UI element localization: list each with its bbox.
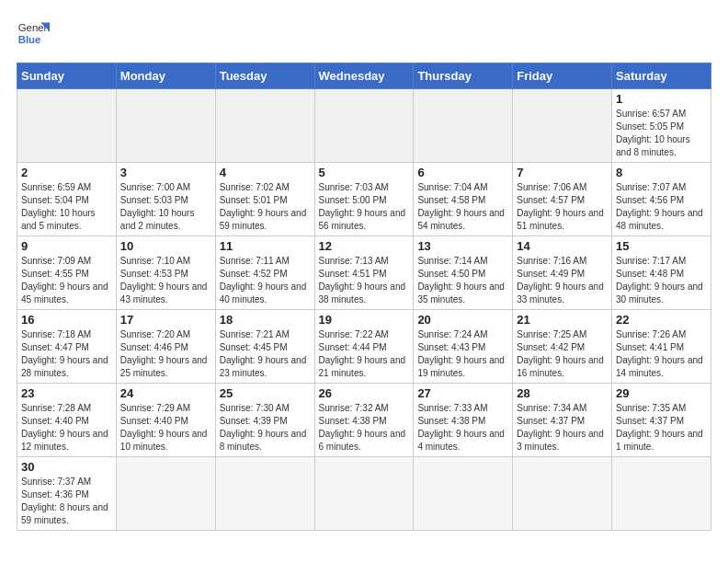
day-number: 24 — [120, 386, 211, 400]
weekday-header-monday: Monday — [116, 63, 215, 89]
calendar-cell — [414, 457, 513, 531]
weekday-header-thursday: Thursday — [414, 63, 513, 89]
day-number: 26 — [319, 386, 410, 400]
day-number: 1 — [616, 92, 707, 106]
calendar-cell: 23Sunrise: 7:28 AM Sunset: 4:40 PM Dayli… — [17, 384, 117, 457]
day-info: Sunrise: 7:29 AM Sunset: 4:40 PM Dayligh… — [120, 402, 211, 454]
day-number: 23 — [21, 386, 112, 400]
day-number: 11 — [220, 239, 311, 253]
day-info: Sunrise: 7:11 AM Sunset: 4:52 PM Dayligh… — [220, 255, 311, 306]
calendar-cell: 2Sunrise: 6:59 AM Sunset: 5:04 PM Daylig… — [17, 163, 117, 236]
day-number: 30 — [21, 460, 112, 474]
day-info: Sunrise: 7:13 AM Sunset: 4:51 PM Dayligh… — [319, 255, 410, 306]
week-row-5: 23Sunrise: 7:28 AM Sunset: 4:40 PM Dayli… — [17, 384, 711, 457]
calendar-cell: 4Sunrise: 7:02 AM Sunset: 5:01 PM Daylig… — [215, 163, 314, 236]
calendar-cell: 30Sunrise: 7:37 AM Sunset: 4:36 PM Dayli… — [17, 457, 117, 531]
calendar-cell: 21Sunrise: 7:25 AM Sunset: 4:42 PM Dayli… — [513, 310, 612, 384]
calendar-cell — [17, 89, 117, 163]
day-number: 20 — [417, 313, 508, 327]
weekday-header-saturday: Saturday — [612, 63, 711, 89]
calendar-cell: 29Sunrise: 7:35 AM Sunset: 4:37 PM Dayli… — [612, 384, 711, 457]
day-number: 3 — [120, 166, 211, 179]
calendar-cell: 15Sunrise: 7:17 AM Sunset: 4:48 PM Dayli… — [612, 236, 711, 310]
day-info: Sunrise: 7:00 AM Sunset: 5:03 PM Dayligh… — [120, 181, 211, 233]
day-number: 12 — [319, 239, 410, 253]
calendar-cell: 7Sunrise: 7:06 AM Sunset: 4:57 PM Daylig… — [513, 163, 612, 236]
day-info: Sunrise: 7:25 AM Sunset: 4:42 PM Dayligh… — [517, 328, 608, 380]
day-info: Sunrise: 7:22 AM Sunset: 4:44 PM Dayligh… — [319, 328, 410, 380]
day-info: Sunrise: 7:35 AM Sunset: 4:37 PM Dayligh… — [616, 402, 707, 454]
calendar-cell: 9Sunrise: 7:09 AM Sunset: 4:55 PM Daylig… — [17, 236, 117, 310]
day-info: Sunrise: 7:07 AM Sunset: 4:56 PM Dayligh… — [616, 181, 707, 233]
day-number: 6 — [417, 166, 508, 179]
day-info: Sunrise: 7:37 AM Sunset: 4:36 PM Dayligh… — [21, 476, 112, 527]
day-info: Sunrise: 7:32 AM Sunset: 4:38 PM Dayligh… — [319, 402, 410, 454]
page: General Blue SundayMondayTuesdayWednesda… — [0, 0, 728, 547]
day-info: Sunrise: 7:18 AM Sunset: 4:47 PM Dayligh… — [21, 328, 112, 380]
calendar-cell — [116, 89, 215, 163]
day-info: Sunrise: 7:04 AM Sunset: 4:58 PM Dayligh… — [417, 181, 508, 233]
week-row-6: 30Sunrise: 7:37 AM Sunset: 4:36 PM Dayli… — [17, 457, 711, 531]
calendar-cell — [116, 457, 215, 531]
day-number: 21 — [517, 313, 608, 327]
weekday-header-sunday: Sunday — [17, 63, 117, 89]
day-number: 18 — [220, 313, 311, 327]
calendar-cell: 17Sunrise: 7:20 AM Sunset: 4:46 PM Dayli… — [116, 310, 215, 384]
day-info: Sunrise: 7:33 AM Sunset: 4:38 PM Dayligh… — [417, 402, 508, 454]
calendar-cell: 5Sunrise: 7:03 AM Sunset: 5:00 PM Daylig… — [314, 163, 414, 236]
calendar-cell: 19Sunrise: 7:22 AM Sunset: 4:44 PM Dayli… — [314, 310, 414, 384]
generalblue-logo-icon: General Blue — [17, 17, 50, 50]
day-number: 29 — [616, 386, 707, 400]
header: General Blue — [17, 17, 711, 50]
day-info: Sunrise: 7:02 AM Sunset: 5:01 PM Dayligh… — [220, 181, 311, 233]
week-row-3: 9Sunrise: 7:09 AM Sunset: 4:55 PM Daylig… — [17, 236, 711, 310]
day-info: Sunrise: 7:30 AM Sunset: 4:39 PM Dayligh… — [220, 402, 311, 454]
day-info: Sunrise: 7:14 AM Sunset: 4:50 PM Dayligh… — [417, 255, 508, 306]
calendar-cell: 6Sunrise: 7:04 AM Sunset: 4:58 PM Daylig… — [414, 163, 513, 236]
calendar-cell: 22Sunrise: 7:26 AM Sunset: 4:41 PM Dayli… — [612, 310, 711, 384]
day-number: 17 — [120, 313, 211, 327]
day-info: Sunrise: 7:24 AM Sunset: 4:43 PM Dayligh… — [417, 328, 508, 380]
week-row-4: 16Sunrise: 7:18 AM Sunset: 4:47 PM Dayli… — [17, 310, 711, 384]
calendar-cell — [513, 457, 612, 531]
day-info: Sunrise: 7:06 AM Sunset: 4:57 PM Dayligh… — [517, 181, 608, 233]
calendar-cell — [215, 89, 314, 163]
calendar-cell: 28Sunrise: 7:34 AM Sunset: 4:37 PM Dayli… — [513, 384, 612, 457]
calendar-cell: 25Sunrise: 7:30 AM Sunset: 4:39 PM Dayli… — [215, 384, 314, 457]
day-number: 2 — [21, 166, 112, 179]
day-number: 15 — [616, 239, 707, 253]
day-info: Sunrise: 6:57 AM Sunset: 5:05 PM Dayligh… — [616, 108, 707, 159]
day-number: 7 — [517, 166, 608, 179]
day-info: Sunrise: 7:28 AM Sunset: 4:40 PM Dayligh… — [21, 402, 112, 454]
day-info: Sunrise: 7:03 AM Sunset: 5:00 PM Dayligh… — [319, 181, 410, 233]
day-number: 13 — [417, 239, 508, 253]
calendar-cell: 12Sunrise: 7:13 AM Sunset: 4:51 PM Dayli… — [314, 236, 414, 310]
day-info: Sunrise: 6:59 AM Sunset: 5:04 PM Dayligh… — [21, 181, 112, 233]
day-info: Sunrise: 7:09 AM Sunset: 4:55 PM Dayligh… — [21, 255, 112, 306]
day-number: 19 — [319, 313, 410, 327]
day-number: 9 — [21, 239, 112, 253]
day-number: 22 — [616, 313, 707, 327]
day-number: 16 — [21, 313, 112, 327]
week-row-1: 1Sunrise: 6:57 AM Sunset: 5:05 PM Daylig… — [17, 89, 711, 163]
calendar-cell: 27Sunrise: 7:33 AM Sunset: 4:38 PM Dayli… — [414, 384, 513, 457]
day-number: 10 — [120, 239, 211, 253]
day-info: Sunrise: 7:21 AM Sunset: 4:45 PM Dayligh… — [220, 328, 311, 380]
calendar-cell: 20Sunrise: 7:24 AM Sunset: 4:43 PM Dayli… — [414, 310, 513, 384]
calendar-cell: 1Sunrise: 6:57 AM Sunset: 5:05 PM Daylig… — [612, 89, 711, 163]
day-number: 28 — [517, 386, 608, 400]
day-number: 27 — [417, 386, 508, 400]
calendar-table: SundayMondayTuesdayWednesdayThursdayFrid… — [17, 63, 711, 531]
day-number: 25 — [220, 386, 311, 400]
calendar-cell: 26Sunrise: 7:32 AM Sunset: 4:38 PM Dayli… — [314, 384, 414, 457]
calendar-cell: 3Sunrise: 7:00 AM Sunset: 5:03 PM Daylig… — [116, 163, 215, 236]
weekday-header-wednesday: Wednesday — [314, 63, 414, 89]
day-info: Sunrise: 7:20 AM Sunset: 4:46 PM Dayligh… — [120, 328, 211, 380]
calendar-cell — [215, 457, 314, 531]
calendar-cell: 13Sunrise: 7:14 AM Sunset: 4:50 PM Dayli… — [414, 236, 513, 310]
week-row-2: 2Sunrise: 6:59 AM Sunset: 5:04 PM Daylig… — [17, 163, 711, 236]
day-info: Sunrise: 7:26 AM Sunset: 4:41 PM Dayligh… — [616, 328, 707, 380]
calendar-cell — [414, 89, 513, 163]
calendar-cell: 14Sunrise: 7:16 AM Sunset: 4:49 PM Dayli… — [513, 236, 612, 310]
day-info: Sunrise: 7:10 AM Sunset: 4:53 PM Dayligh… — [120, 255, 211, 306]
